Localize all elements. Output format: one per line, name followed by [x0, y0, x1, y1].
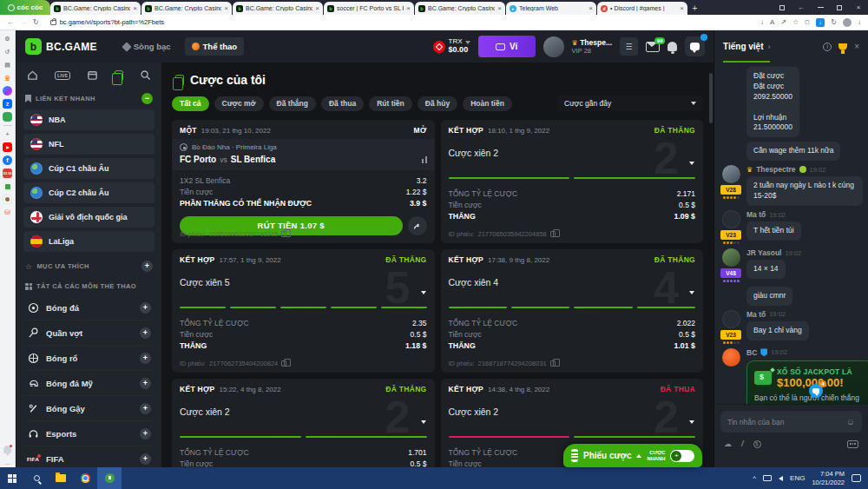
sidebar-sport-esports[interactable]: Esports +	[23, 421, 155, 446]
tab-restore-icon[interactable]: ←	[792, 0, 811, 15]
idm-download-icon[interactable]: ↓	[816, 18, 825, 27]
tab-search-icon[interactable]	[773, 0, 792, 15]
downloads-tray-icon[interactable]: ↓	[858, 18, 861, 26]
sidebar-item-europa-league[interactable]: Cúp C2 châu Âu	[23, 182, 155, 203]
filter-cashout[interactable]: Rút tiền	[369, 96, 412, 111]
scrollbar-thumb[interactable]	[709, 73, 713, 123]
nav-casino[interactable]: Sòng bạc	[116, 37, 178, 56]
collapse-button[interactable]: −	[141, 93, 153, 104]
maximize-button[interactable]	[830, 0, 849, 15]
expand-caret-icon[interactable]	[689, 420, 694, 424]
minimize-button[interactable]	[811, 0, 830, 15]
expand-button[interactable]: +	[140, 403, 151, 414]
filter-won[interactable]: Đã thắng	[269, 96, 316, 111]
clock[interactable]: 7:04 PM10/21/2022	[812, 470, 845, 487]
gift-icon[interactable]	[3, 182, 12, 191]
back-icon[interactable]: ←	[7, 18, 14, 26]
combo-title[interactable]: Cược xiên 2 2	[172, 398, 435, 436]
network-icon[interactable]	[763, 475, 772, 481]
browser-tab[interactable]: bsoccer | FC Porto vs SL B×	[324, 2, 414, 15]
language-indicator[interactable]: ENG	[790, 474, 805, 482]
bookmark-star-icon[interactable]: ☆	[792, 18, 799, 26]
bet-list-button[interactable]: ☰	[620, 37, 638, 56]
chat-toggle-button[interactable]	[685, 36, 705, 56]
add-shortcut-icon[interactable]: +	[3, 129, 12, 139]
shop-icon[interactable]	[3, 195, 12, 204]
browser-tab[interactable]: bBC.Game: Crypto Casino×	[50, 2, 141, 15]
copy-icon[interactable]	[281, 231, 286, 237]
calendar-icon[interactable]	[87, 69, 98, 81]
sidebar-sport-basketball[interactable]: Bóng rổ +	[23, 346, 155, 371]
file-explorer-icon[interactable]	[49, 467, 73, 489]
action-center-icon[interactable]	[852, 474, 861, 482]
chevron-right-icon[interactable]: ›	[768, 43, 771, 51]
wallet-button[interactable]: Ví	[478, 36, 536, 57]
expand-button[interactable]: +	[140, 353, 151, 364]
tab-close-icon[interactable]: ×	[406, 4, 411, 12]
more-icon[interactable]: …	[3, 458, 12, 467]
filter-open[interactable]: Cược mở	[214, 96, 264, 111]
tab-close-icon[interactable]: ×	[133, 4, 137, 12]
sidebar-sport-tennis[interactable]: Quần vợt +	[23, 320, 155, 346]
copy-icon[interactable]	[550, 231, 556, 237]
combo-title[interactable]: Cược xiên 5 5	[172, 268, 435, 307]
coin-drop-icon[interactable]: $	[753, 440, 761, 448]
filter-lost[interactable]: Đã thua	[321, 96, 364, 111]
copy-icon[interactable]	[550, 360, 556, 367]
filter-all[interactable]: Tất cả	[172, 96, 209, 111]
currency-selector[interactable]: TRX $0.00	[433, 38, 470, 55]
sidebar-sport-cricket[interactable]: Bóng Gậy +	[23, 396, 155, 421]
browser-tab[interactable]: bBC.Game: Crypto Casino×	[141, 2, 232, 15]
home-icon[interactable]	[27, 69, 38, 81]
start-button[interactable]	[0, 467, 24, 489]
user-info[interactable]: ♛ Thespe... VIP 28	[572, 38, 612, 56]
games-icon[interactable]	[3, 112, 12, 122]
chat-message-input[interactable]	[727, 418, 841, 426]
url-field[interactable]: bc.game/vi/sports?bt-path=%2Fbets	[45, 18, 754, 26]
close-window-button[interactable]: ×	[849, 0, 868, 15]
zalo-icon[interactable]: Z	[3, 99, 12, 109]
combo-title[interactable]: Cược xiên 2 2	[441, 398, 704, 436]
user-avatar[interactable]	[543, 36, 564, 57]
sort-dropdown[interactable]: Cược gần đây	[557, 96, 703, 111]
chat-username[interactable]: Thespectre	[756, 165, 795, 174]
save-page-icon[interactable]: ↓	[760, 18, 764, 26]
sync-icon[interactable]: ↻	[831, 18, 837, 26]
messenger-icon[interactable]	[3, 86, 12, 96]
add-favorite-button[interactable]: +	[141, 261, 153, 272]
sidebar-item-nba[interactable]: NBA	[23, 109, 155, 130]
tab-close-icon[interactable]: ×	[680, 4, 684, 12]
chat-username[interactable]: Ma tố	[746, 310, 766, 319]
chat-rules-icon[interactable]: i	[823, 43, 832, 51]
event-block[interactable]: Bồ Đào Nha · Primeira Liga FC Porto vs S…	[172, 139, 435, 170]
close-chat-icon[interactable]: ×	[854, 42, 859, 51]
coccoc-crown-icon[interactable]: ♛	[3, 73, 12, 83]
keyboard-icon[interactable]	[847, 440, 858, 448]
browser-tab[interactable]: d• Discord | #games |×	[597, 2, 687, 15]
translate-icon[interactable]: A	[770, 18, 774, 26]
share-bet-button[interactable]	[408, 216, 427, 235]
adblock-shield-icon[interactable]: ◇	[803, 17, 812, 27]
sidebar-item-laliga[interactable]: LaLiga	[23, 231, 155, 252]
youtube-icon[interactable]	[3, 142, 12, 152]
filter-refund[interactable]: Hoàn tiền	[463, 96, 512, 111]
expand-caret-icon[interactable]	[689, 291, 694, 294]
facebook-icon[interactable]: f	[3, 155, 12, 165]
avatar[interactable]	[722, 210, 740, 228]
sidebar-sport-soccer[interactable]: Bóng đá +	[23, 295, 155, 320]
tray-expand-icon[interactable]: ^	[753, 474, 756, 482]
nav-sports[interactable]: Thể thao	[185, 37, 245, 56]
bcgame-logo[interactable]: b BC.GAME	[25, 38, 97, 55]
mail-icon[interactable]: 99	[646, 42, 660, 52]
combo-title[interactable]: Cược xiên 4 4	[441, 268, 704, 307]
betslip-button[interactable]: Phiếu cược CƯỢCNHANH +	[563, 444, 702, 467]
expand-caret-icon[interactable]	[421, 291, 426, 294]
chrome-icon[interactable]	[73, 467, 97, 489]
tab-close-icon[interactable]: ×	[589, 4, 593, 12]
my-bets-icon[interactable]	[115, 70, 123, 81]
volume-icon[interactable]	[779, 476, 783, 481]
new-tab-button[interactable]: +	[688, 2, 701, 15]
expand-button[interactable]: +	[140, 327, 151, 339]
settings-gear-icon[interactable]: ⚙	[3, 34, 12, 43]
expand-caret-icon[interactable]	[421, 420, 426, 424]
